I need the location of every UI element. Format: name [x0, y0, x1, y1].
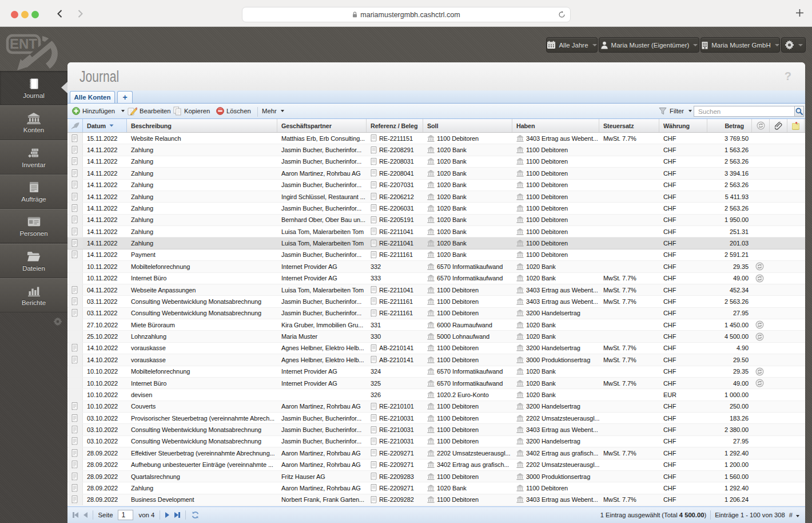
svg-text:ENT: ENT — [10, 36, 37, 51]
